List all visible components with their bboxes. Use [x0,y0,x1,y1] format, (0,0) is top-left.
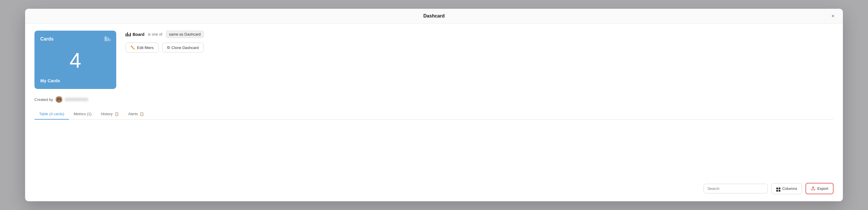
card-widget-title: Cards [40,36,54,42]
created-by-label: Created by [34,97,53,102]
tabs-row: Table (4 cards) Metrics (1) History 📋 Al… [34,109,834,119]
modal-header: Dashcard × [25,9,843,24]
tab-alerts-icon: 📋 [140,112,144,116]
filter-field-label: Board [126,32,144,37]
svg-rect-2 [110,39,111,41]
tab-metrics-label: Metrics (1) [73,112,91,116]
svg-rect-0 [104,36,107,41]
export-button[interactable]: Export [806,183,834,194]
modal-title: Dashcard [424,13,445,19]
filter-value-badge: same as Dashcard [166,31,204,38]
board-bars-icon [126,32,131,36]
top-section: Cards 4 My Cards [34,31,834,89]
modal-overlay: Dashcard × Cards [0,0,868,210]
card-widget-header: Cards [40,36,111,42]
bottom-toolbar: Columns Export [34,178,834,194]
clone-dashcard-button[interactable]: ⧉ Clone Dashcard [162,43,204,53]
filter-operator: is one of [148,32,162,36]
action-buttons: ✏️ Edit filters ⧉ Clone Dashcard [126,43,834,53]
card-widget: Cards 4 My Cards [34,31,116,89]
modal: Dashcard × Cards [25,9,843,201]
columns-button[interactable]: Columns [771,183,802,194]
card-widget-subtitle: My Cards [40,78,111,83]
tab-history[interactable]: History 📋 [96,109,123,119]
edit-icon: ✏️ [130,45,135,50]
modal-body: Cards 4 My Cards [25,24,843,201]
tab-alerts[interactable]: Alerts 📋 [124,109,149,119]
edit-filters-button[interactable]: ✏️ Edit filters [126,43,159,53]
search-input[interactable] [704,184,768,194]
card-widget-number: 4 [40,45,111,75]
tab-alerts-label: Alerts [128,112,138,116]
filters-section: Board is one of same as Dashcard ✏️ Edit… [126,31,834,89]
creator-name [65,98,88,101]
tab-table-label: Table (4 cards) [39,112,64,116]
search-wrapper [704,184,768,194]
avatar-emoji: 🐻 [56,97,62,102]
created-by-row: Created by 🐻 [34,96,834,103]
filter-row: Board is one of same as Dashcard [126,31,834,38]
close-button[interactable]: × [829,12,837,20]
tab-table[interactable]: Table (4 cards) [34,109,69,119]
export-icon [811,186,815,191]
svg-rect-1 [107,38,109,41]
tab-history-icon: 📋 [115,112,119,116]
columns-icon [776,186,780,191]
avatar: 🐻 [56,96,62,103]
tab-history-label: History [101,112,113,116]
card-widget-icon [104,36,111,42]
tab-metrics[interactable]: Metrics (1) [69,109,96,119]
clone-icon: ⧉ [167,45,170,50]
